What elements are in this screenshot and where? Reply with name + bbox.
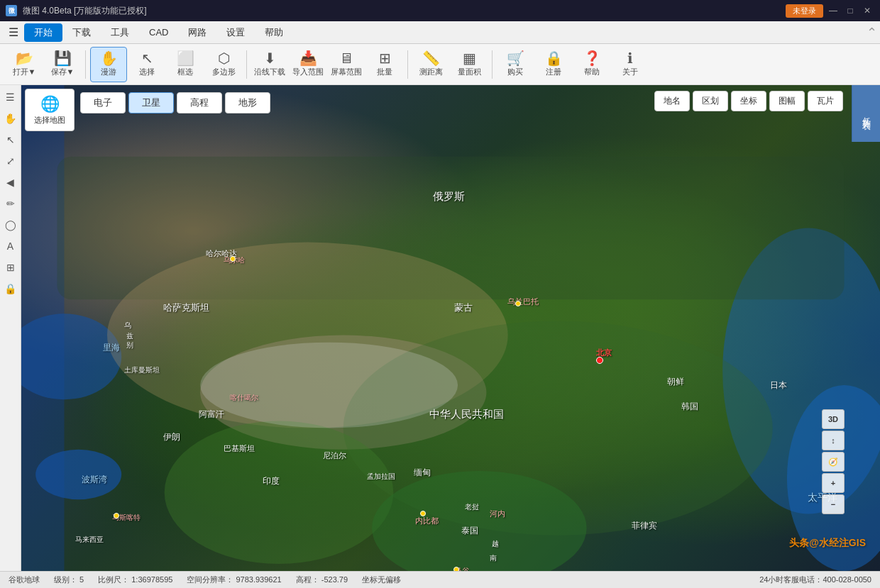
dot-muscat: [114, 513, 119, 518]
menu-help[interactable]: 帮助: [255, 23, 293, 42]
sidebar-tool-zoom[interactable]: ⤢: [1, 152, 20, 170]
menubar: ☰ 开始 下载 工具 CAD 网路 设置 帮助 ⌃: [0, 21, 880, 44]
select-map-icon: 🌐: [40, 95, 60, 113]
buy-icon: 🛒: [507, 51, 524, 65]
dot-bangkok: [453, 567, 459, 571]
minimize-button[interactable]: —: [826, 4, 840, 18]
tool-download-line[interactable]: ⬇ 沿线下载: [251, 47, 288, 82]
menu-collapse-icon[interactable]: ⌃: [867, 25, 877, 40]
select-map-button[interactable]: 🌐 选择地图: [25, 89, 75, 131]
maximize-button[interactable]: □: [843, 4, 857, 18]
tab-coord[interactable]: 坐标: [731, 91, 766, 111]
help-label: 帮助: [584, 67, 600, 77]
task-list-label: 任务列表: [860, 111, 872, 116]
polygon-icon: ⬡: [218, 51, 230, 65]
watermark: 头条@水经注GIS: [789, 537, 866, 550]
help-icon: ❓: [583, 51, 601, 65]
tool-register[interactable]: 🔒 注册: [535, 47, 572, 82]
download-line-label: 沿线下载: [254, 67, 285, 77]
browse-icon: ✋: [100, 51, 118, 65]
menu-download[interactable]: 下载: [62, 23, 101, 42]
tool-save[interactable]: 💾 保存▼: [44, 47, 81, 82]
menu-cad[interactable]: CAD: [139, 24, 178, 40]
tab-electronic[interactable]: 电子: [80, 92, 126, 113]
status-coord: 坐标无偏移: [362, 575, 401, 585]
tool-frame[interactable]: ⬜ 框选: [167, 47, 204, 82]
menu-network[interactable]: 网路: [178, 23, 216, 42]
sidebar-tool-hand[interactable]: ✋: [1, 109, 20, 128]
tab-satellite[interactable]: 卫星: [128, 92, 174, 113]
separator-2: [246, 50, 247, 79]
sidebar-tool-select[interactable]: ↖: [1, 131, 20, 149]
map-container[interactable]: 🌐 选择地图 电子 卫星 高程 地形 地名 区划 坐标 图幅 瓦片 任务列表 俄…: [21, 85, 880, 571]
measure-area-icon: ▦: [463, 51, 476, 65]
tool-measure-area[interactable]: ▦ 量面积: [451, 47, 488, 82]
hamburger-menu[interactable]: ☰: [3, 24, 24, 40]
watermark-text: 头条@水经注GIS: [789, 537, 866, 548]
tab-tile[interactable]: 瓦片: [808, 91, 843, 111]
sidebar-tool-text[interactable]: A: [1, 237, 20, 255]
tab-placename[interactable]: 地名: [654, 91, 690, 111]
browse-label: 漫游: [101, 67, 116, 77]
map-background: [21, 85, 880, 571]
select-icon: ↖: [141, 51, 153, 65]
batch-label: 批量: [377, 67, 392, 77]
hotline-text: 24小时客服电话：400-028-0050: [759, 575, 871, 585]
sidebar-tool-arrow[interactable]: ◀: [1, 173, 20, 192]
close-button[interactable]: ✕: [860, 4, 874, 18]
separator-3: [407, 50, 408, 79]
ctrl-3d[interactable]: 3D: [822, 409, 845, 429]
about-label: 关于: [622, 67, 638, 77]
status-elevation: 高程： -523.79: [296, 575, 348, 585]
toolbar: 📂 打开▼ 💾 保存▼ ✋ 漫游 ↖ 选择 ⬜ 框选 ⬡ 多边形 ⬇ 沿线下载 …: [0, 44, 880, 85]
dot-naypyidaw: [420, 511, 426, 516]
login-button[interactable]: 未登录: [786, 4, 823, 18]
select-label: 选择: [139, 67, 155, 77]
titlebar: 微 微图 4.0Beta [万能版功能已授权] 未登录 — □ ✕: [0, 0, 880, 21]
menu-start[interactable]: 开始: [24, 23, 62, 42]
sidebar-tool-lock[interactable]: 🔒: [1, 279, 20, 298]
tab-boundary[interactable]: 区划: [693, 91, 728, 111]
map-type-tabs: 电子 卫星 高程 地形: [80, 92, 270, 113]
menu-settings[interactable]: 设置: [216, 23, 255, 42]
tool-buy[interactable]: 🛒 购买: [497, 47, 534, 82]
statusbar: 谷歌地球 级别： 5 比例尺： 1:36978595 空间分辨率： 9783.9…: [0, 571, 880, 588]
tool-help[interactable]: ❓ 帮助: [573, 47, 610, 82]
tool-polygon[interactable]: ⬡ 多边形: [205, 47, 242, 82]
ctrl-zoom-in[interactable]: +: [822, 473, 845, 493]
main-area: ☰ ✋ ↖ ⤢ ◀ ✏ ◯ A ⊞ 🔒: [0, 85, 880, 571]
dot-ulaanbaatar: [515, 301, 521, 306]
ctrl-tilt[interactable]: ↕: [822, 431, 845, 450]
tool-import-range[interactable]: 📥 导入范围: [290, 47, 326, 82]
save-icon: 💾: [54, 51, 72, 65]
tool-batch[interactable]: ⊞ 批量: [366, 47, 403, 82]
tool-open[interactable]: 📂 打开▼: [6, 47, 43, 82]
ctrl-zoom-out[interactable]: −: [822, 494, 845, 514]
tool-screen-range[interactable]: 🖥 屏幕范围: [328, 47, 365, 82]
about-icon: ℹ: [627, 51, 633, 65]
status-level: 级别： 5: [54, 575, 84, 585]
tool-measure-dist[interactable]: 📏 测距离: [412, 47, 449, 82]
buy-label: 购买: [507, 67, 523, 77]
title-left: 微 微图 4.0Beta [万能版功能已授权]: [6, 5, 147, 17]
sidebar-tool-circle[interactable]: ◯: [1, 216, 20, 234]
ctrl-compass[interactable]: 🧭: [822, 452, 845, 472]
task-list-button[interactable]: 任务列表: [852, 85, 880, 142]
tool-browse[interactable]: ✋ 漫游: [90, 47, 127, 82]
sidebar-tool-grid[interactable]: ⊞: [1, 258, 20, 277]
measure-dist-label: 测距离: [419, 67, 443, 77]
open-label: 打开▼: [13, 67, 36, 77]
map-right-tabs: 地名 区划 坐标 图幅 瓦片: [654, 91, 843, 111]
app-icon: 微: [6, 5, 17, 16]
app-title: 微图 4.0Beta [万能版功能已授权]: [23, 5, 147, 17]
polygon-label: 多边形: [212, 67, 236, 77]
menu-tools[interactable]: 工具: [101, 23, 139, 42]
sidebar-tool-pen[interactable]: ✏: [1, 194, 20, 213]
tab-sheet[interactable]: 图幅: [769, 91, 805, 111]
tab-elevation[interactable]: 高程: [177, 92, 222, 113]
tool-about[interactable]: ℹ 关于: [612, 47, 649, 82]
status-scale: 比例尺： 1:36978595: [98, 575, 172, 585]
sidebar-tool-menu[interactable]: ☰: [1, 88, 20, 106]
tool-select[interactable]: ↖ 选择: [128, 47, 165, 82]
tab-terrain[interactable]: 地形: [225, 92, 270, 113]
